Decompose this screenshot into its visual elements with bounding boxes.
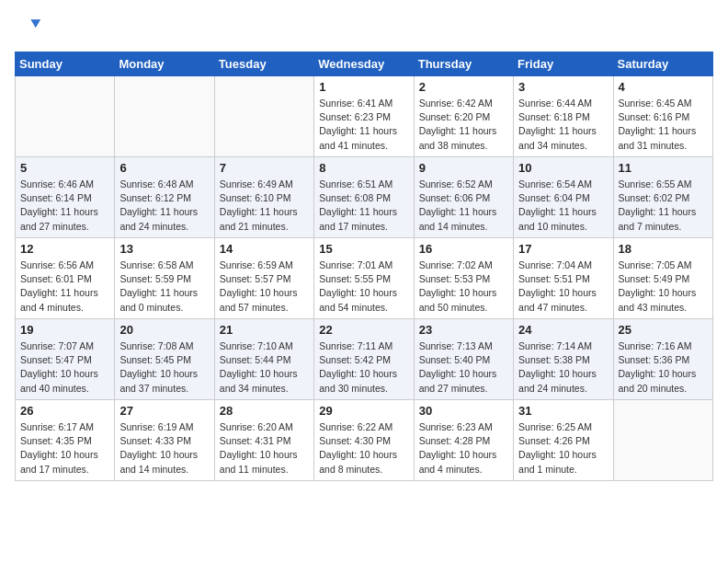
calendar-cell: 30Sunrise: 6:23 AM Sunset: 4:28 PM Dayli…	[414, 400, 513, 481]
day-number: 13	[119, 242, 209, 256]
calendar-body: 1Sunrise: 6:41 AM Sunset: 6:23 PM Daylig…	[16, 76, 713, 481]
day-number: 18	[619, 242, 708, 256]
day-info: Sunrise: 6:51 AM Sunset: 6:08 PM Dayligh…	[319, 178, 408, 234]
day-info: Sunrise: 6:45 AM Sunset: 6:16 PM Dayligh…	[619, 97, 708, 153]
day-info: Sunrise: 6:20 AM Sunset: 4:31 PM Dayligh…	[220, 420, 309, 477]
calendar-cell: 2Sunrise: 6:42 AM Sunset: 6:20 PM Daylig…	[414, 76, 513, 157]
day-number: 24	[518, 323, 608, 337]
logo-icon	[15, 15, 40, 40]
day-info: Sunrise: 7:04 AM Sunset: 5:51 PM Dayligh…	[518, 259, 608, 315]
day-number: 12	[20, 242, 109, 256]
day-info: Sunrise: 7:11 AM Sunset: 5:42 PM Dayligh…	[319, 339, 408, 396]
calendar-cell: 14Sunrise: 6:59 AM Sunset: 5:57 PM Dayli…	[214, 238, 313, 319]
calendar-cell: 13Sunrise: 6:58 AM Sunset: 5:59 PM Dayli…	[115, 238, 214, 319]
calendar-cell: 6Sunrise: 6:48 AM Sunset: 6:12 PM Daylig…	[115, 157, 214, 238]
logo	[15, 15, 44, 40]
day-info: Sunrise: 6:42 AM Sunset: 6:20 PM Dayligh…	[419, 97, 508, 153]
day-number: 8	[319, 161, 408, 175]
calendar-cell: 21Sunrise: 7:10 AM Sunset: 5:44 PM Dayli…	[214, 319, 313, 400]
calendar-cell: 10Sunrise: 6:54 AM Sunset: 6:04 PM Dayli…	[514, 157, 613, 238]
day-info: Sunrise: 6:46 AM Sunset: 6:14 PM Dayligh…	[20, 178, 109, 234]
day-number: 7	[220, 161, 309, 175]
day-number: 1	[319, 80, 408, 94]
day-info: Sunrise: 7:13 AM Sunset: 5:40 PM Dayligh…	[419, 339, 508, 396]
header-day-saturday: Saturday	[613, 52, 712, 76]
day-info: Sunrise: 7:08 AM Sunset: 5:45 PM Dayligh…	[119, 339, 209, 396]
day-info: Sunrise: 6:55 AM Sunset: 6:02 PM Dayligh…	[619, 178, 708, 234]
header-day-monday: Monday	[115, 52, 214, 76]
header-day-sunday: Sunday	[16, 52, 115, 76]
day-number: 6	[119, 161, 209, 175]
day-info: Sunrise: 6:49 AM Sunset: 6:10 PM Dayligh…	[220, 178, 309, 234]
day-number: 11	[619, 161, 708, 175]
calendar-cell: 3Sunrise: 6:44 AM Sunset: 6:18 PM Daylig…	[514, 76, 613, 157]
calendar-cell: 24Sunrise: 7:14 AM Sunset: 5:38 PM Dayli…	[514, 319, 613, 400]
calendar-cell: 11Sunrise: 6:55 AM Sunset: 6:02 PM Dayli…	[613, 157, 712, 238]
day-number: 22	[319, 323, 408, 337]
calendar-cell: 29Sunrise: 6:22 AM Sunset: 4:30 PM Dayli…	[314, 400, 414, 481]
calendar-week-row: 26Sunrise: 6:17 AM Sunset: 4:35 PM Dayli…	[16, 400, 713, 481]
day-info: Sunrise: 7:02 AM Sunset: 5:53 PM Dayligh…	[419, 259, 508, 315]
day-number: 2	[419, 80, 508, 94]
day-number: 28	[220, 404, 309, 418]
calendar-cell: 4Sunrise: 6:45 AM Sunset: 6:16 PM Daylig…	[613, 76, 712, 157]
day-number: 25	[619, 323, 708, 337]
day-number: 9	[419, 161, 508, 175]
day-number: 19	[20, 323, 109, 337]
calendar-week-row: 1Sunrise: 6:41 AM Sunset: 6:23 PM Daylig…	[16, 76, 713, 157]
page-header	[15, 15, 713, 40]
calendar-cell: 19Sunrise: 7:07 AM Sunset: 5:47 PM Dayli…	[16, 319, 115, 400]
calendar-cell: 7Sunrise: 6:49 AM Sunset: 6:10 PM Daylig…	[214, 157, 313, 238]
day-info: Sunrise: 6:54 AM Sunset: 6:04 PM Dayligh…	[518, 178, 608, 234]
day-number: 5	[20, 161, 109, 175]
day-number: 31	[518, 404, 608, 418]
header-day-friday: Friday	[514, 52, 613, 76]
day-number: 3	[518, 80, 608, 94]
day-info: Sunrise: 7:01 AM Sunset: 5:55 PM Dayligh…	[319, 259, 408, 315]
day-info: Sunrise: 7:05 AM Sunset: 5:49 PM Dayligh…	[619, 259, 708, 315]
calendar-cell: 20Sunrise: 7:08 AM Sunset: 5:45 PM Dayli…	[115, 319, 214, 400]
day-info: Sunrise: 6:17 AM Sunset: 4:35 PM Dayligh…	[20, 420, 109, 477]
day-info: Sunrise: 6:41 AM Sunset: 6:23 PM Dayligh…	[319, 97, 408, 153]
calendar-week-row: 5Sunrise: 6:46 AM Sunset: 6:14 PM Daylig…	[16, 157, 713, 238]
day-number: 14	[220, 242, 309, 256]
calendar-cell	[115, 76, 214, 157]
header-day-thursday: Thursday	[414, 52, 513, 76]
calendar-table: SundayMondayTuesdayWednesdayThursdayFrid…	[15, 52, 713, 481]
calendar-cell: 23Sunrise: 7:13 AM Sunset: 5:40 PM Dayli…	[414, 319, 513, 400]
calendar-cell: 31Sunrise: 6:25 AM Sunset: 4:26 PM Dayli…	[514, 400, 613, 481]
calendar-cell	[16, 76, 115, 157]
svg-marker-1	[31, 19, 41, 28]
calendar-header: SundayMondayTuesdayWednesdayThursdayFrid…	[16, 52, 713, 76]
calendar-cell: 27Sunrise: 6:19 AM Sunset: 4:33 PM Dayli…	[115, 400, 214, 481]
day-info: Sunrise: 6:25 AM Sunset: 4:26 PM Dayligh…	[518, 420, 608, 477]
header-row: SundayMondayTuesdayWednesdayThursdayFrid…	[16, 52, 713, 76]
day-number: 21	[220, 323, 309, 337]
header-day-tuesday: Tuesday	[214, 52, 313, 76]
day-info: Sunrise: 7:10 AM Sunset: 5:44 PM Dayligh…	[220, 339, 309, 396]
calendar-cell: 22Sunrise: 7:11 AM Sunset: 5:42 PM Dayli…	[314, 319, 414, 400]
calendar-cell	[214, 76, 313, 157]
day-info: Sunrise: 6:58 AM Sunset: 5:59 PM Dayligh…	[119, 259, 209, 315]
day-number: 20	[119, 323, 209, 337]
day-number: 10	[518, 161, 608, 175]
day-info: Sunrise: 7:14 AM Sunset: 5:38 PM Dayligh…	[518, 339, 608, 396]
day-info: Sunrise: 7:07 AM Sunset: 5:47 PM Dayligh…	[20, 339, 109, 396]
day-number: 16	[419, 242, 508, 256]
header-day-wednesday: Wednesday	[314, 52, 414, 76]
calendar-cell: 12Sunrise: 6:56 AM Sunset: 6:01 PM Dayli…	[16, 238, 115, 319]
calendar-cell: 9Sunrise: 6:52 AM Sunset: 6:06 PM Daylig…	[414, 157, 513, 238]
day-number: 23	[419, 323, 508, 337]
day-info: Sunrise: 6:19 AM Sunset: 4:33 PM Dayligh…	[119, 420, 209, 477]
calendar-cell: 8Sunrise: 6:51 AM Sunset: 6:08 PM Daylig…	[314, 157, 414, 238]
day-info: Sunrise: 7:16 AM Sunset: 5:36 PM Dayligh…	[619, 339, 708, 396]
calendar-cell: 17Sunrise: 7:04 AM Sunset: 5:51 PM Dayli…	[514, 238, 613, 319]
calendar-cell: 26Sunrise: 6:17 AM Sunset: 4:35 PM Dayli…	[16, 400, 115, 481]
day-info: Sunrise: 6:22 AM Sunset: 4:30 PM Dayligh…	[319, 420, 408, 477]
day-number: 4	[619, 80, 708, 94]
day-number: 26	[20, 404, 109, 418]
calendar-cell: 28Sunrise: 6:20 AM Sunset: 4:31 PM Dayli…	[214, 400, 313, 481]
calendar-cell: 15Sunrise: 7:01 AM Sunset: 5:55 PM Dayli…	[314, 238, 414, 319]
day-info: Sunrise: 6:44 AM Sunset: 6:18 PM Dayligh…	[518, 97, 608, 153]
day-number: 30	[419, 404, 508, 418]
